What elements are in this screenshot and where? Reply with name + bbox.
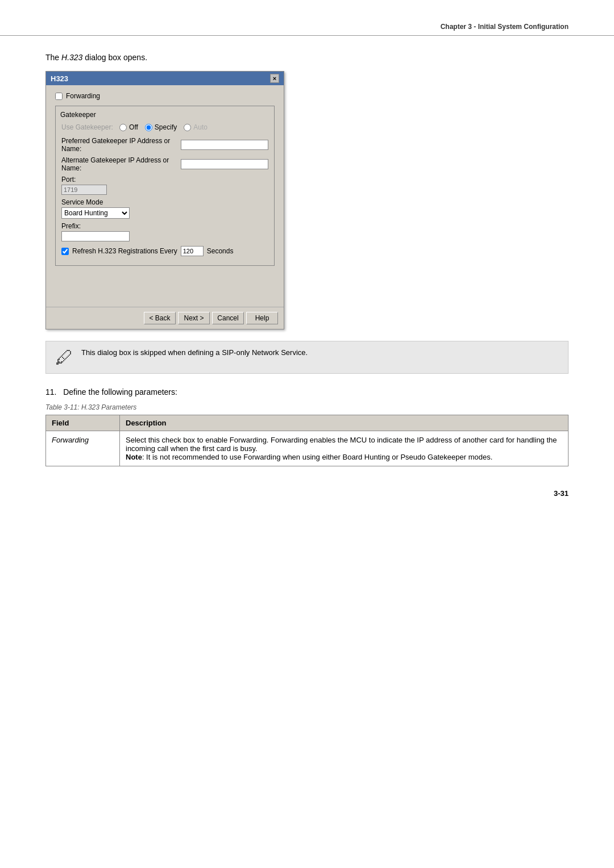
preferred-input[interactable]: [181, 140, 268, 150]
refresh-checkbox[interactable]: [61, 248, 69, 255]
radio-specify-label: Specify: [155, 123, 177, 131]
back-button[interactable]: < Back: [144, 312, 176, 324]
step-description: Define the following parameters:: [63, 387, 177, 397]
radio-off[interactable]: [119, 124, 127, 131]
dialog-titlebar: H323 ×: [46, 72, 284, 85]
forwarding-checkbox[interactable]: [55, 93, 63, 100]
preferred-gk-row: Preferred Gatekeeper IP Address or Name:: [61, 137, 268, 153]
port-input[interactable]: [61, 185, 107, 195]
field-value: Forwarding: [52, 436, 89, 444]
service-mode-section: Service Mode Board Hunting: [61, 198, 268, 219]
gatekeeper-group: Gatekeeper Use Gatekeeper: Off Specify A…: [55, 106, 275, 266]
note-text: This dialog box is skipped when defining…: [81, 348, 308, 357]
alternate-gk-row: Alternate Gatekeeper IP Address or Name:: [61, 156, 268, 172]
col-description-header: Description: [120, 415, 569, 431]
alternate-label: Alternate Gatekeeper IP Address or Name:: [61, 156, 181, 172]
prefix-input[interactable]: [61, 231, 130, 241]
description-text-1: Select this check box to enable Forwardi…: [126, 436, 557, 453]
alternate-input[interactable]: [181, 159, 268, 169]
service-mode-select-row: Board Hunting: [61, 207, 268, 219]
forwarding-row: Forwarding: [55, 92, 275, 100]
intro-text-after: dialog box opens.: [82, 53, 147, 62]
service-mode-dropdown[interactable]: Board Hunting: [61, 207, 130, 219]
refresh-unit: Seconds: [207, 247, 234, 255]
radio-auto-text: Auto: [193, 123, 208, 131]
radio-specify[interactable]: [145, 124, 152, 131]
table-row: Forwarding Select this check box to enab…: [46, 431, 569, 466]
description-note-text: : It is not recommended to use Forwardin…: [142, 453, 492, 461]
use-gatekeeper-label: Use Gatekeeper:: [61, 123, 113, 131]
radio-auto[interactable]: [184, 124, 191, 131]
dialog-title: H323: [51, 74, 68, 83]
field-cell: Forwarding: [46, 431, 120, 466]
forwarding-label: Forwarding: [66, 92, 100, 100]
help-button[interactable]: Help: [246, 312, 278, 324]
service-mode-label: Service Mode: [61, 198, 268, 206]
gatekeeper-legend: Gatekeeper: [60, 111, 268, 119]
preferred-label: Preferred Gatekeeper IP Address or Name:: [61, 137, 181, 153]
port-label: Port:: [61, 176, 268, 183]
table-caption: Table 3-11: H.323 Parameters: [45, 403, 569, 411]
use-gatekeeper-row: Use Gatekeeper: Off Specify Auto: [61, 123, 268, 131]
refresh-label: Refresh H.323 Registrations Every: [72, 247, 177, 255]
radio-auto-label: Auto: [193, 123, 208, 131]
intro-paragraph: The H.323 dialog box opens.: [45, 53, 569, 62]
dialog-body: Forwarding Gatekeeper Use Gatekeeper: Of…: [46, 85, 284, 307]
port-section: Port:: [61, 176, 268, 195]
page-number: 3-31: [0, 489, 614, 498]
h323-dialog: H323 × Forwarding Gatekeeper Use Gatekee…: [45, 71, 284, 329]
intro-text-before: The: [45, 53, 61, 62]
chapter-header-text: Chapter 3 - Initial System Configuration: [441, 23, 569, 31]
next-button[interactable]: Next >: [178, 312, 210, 324]
note-icon: 🖊: [55, 348, 73, 366]
page-number-text: 3-31: [554, 489, 569, 498]
refresh-input[interactable]: [181, 246, 204, 256]
refresh-row: Refresh H.323 Registrations Every Second…: [61, 246, 268, 256]
cancel-button[interactable]: Cancel: [212, 312, 244, 324]
description-note-bold: Note: [126, 453, 142, 461]
step-text: 11. Define the following parameters:: [45, 387, 569, 397]
prefix-label: Prefix:: [61, 222, 268, 230]
close-icon: ×: [273, 75, 276, 82]
radio-off-label: Off: [129, 123, 138, 131]
table-header-row: Field Description: [46, 415, 569, 431]
prefix-section: Prefix:: [61, 222, 268, 241]
col-field-header: Field: [46, 415, 120, 431]
page-container: Chapter 3 - Initial System Configuration…: [0, 0, 614, 868]
content-area: The H.323 dialog box opens. H323 × Forwa…: [0, 53, 614, 466]
dialog-close-button[interactable]: ×: [270, 74, 279, 83]
step-number: 11.: [45, 387, 56, 397]
dialog-buttons: < Back Next > Cancel Help: [46, 307, 284, 329]
note-box: 🖊 This dialog box is skipped when defini…: [45, 341, 569, 374]
dialog-spacer: [55, 273, 275, 301]
params-table: Field Description Forwarding Select this…: [45, 415, 569, 466]
intro-italic: H.323: [61, 53, 82, 62]
chapter-header: Chapter 3 - Initial System Configuration: [0, 23, 614, 36]
description-cell: Select this check box to enable Forwardi…: [120, 431, 569, 466]
